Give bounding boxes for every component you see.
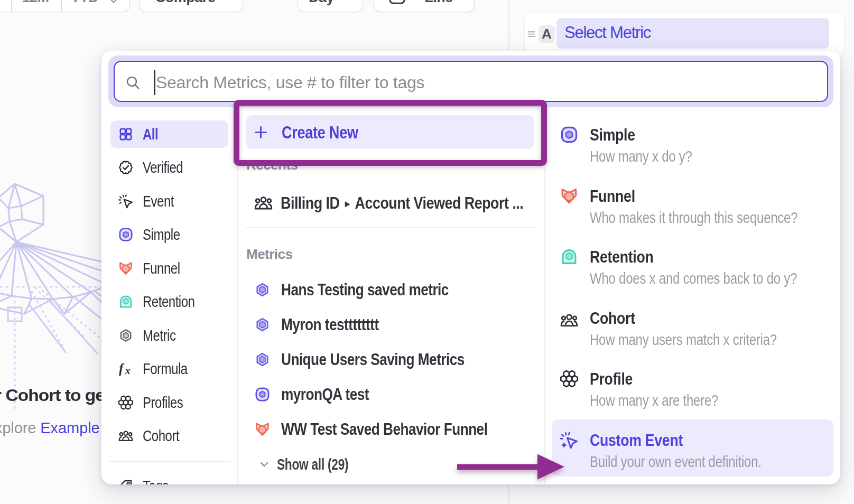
profiles-honeycomb-icon <box>560 370 578 388</box>
search-input[interactable]: Search Metrics, use # to filter to tags <box>114 61 828 102</box>
category-label: Formula <box>143 361 188 377</box>
profiles-honeycomb-icon <box>118 395 133 410</box>
funnel-wings-icon <box>118 261 133 276</box>
recent-item-billing[interactable]: Billing ID▸Account Viewed Report ... <box>253 192 560 213</box>
verified-seal-icon <box>118 160 133 175</box>
saved-metric-hexagon-icon <box>255 282 270 297</box>
metric-item[interactable]: Unique Users Saving Metrics <box>255 349 498 370</box>
category-simple[interactable]: Simple <box>110 221 228 248</box>
type-title-custom-event[interactable]: Custom Event <box>590 432 683 449</box>
retention-arch-icon <box>118 294 133 309</box>
text-caret <box>154 70 155 95</box>
funnel-wings-icon <box>255 422 270 437</box>
show-all-toggle[interactable]: Show all (29) <box>258 454 369 475</box>
type-desc: How many users match x criteria? <box>590 332 777 348</box>
grid-icon <box>118 127 133 142</box>
metric-hexagon-icon <box>118 328 133 343</box>
type-title-retention[interactable]: Retention <box>590 249 654 265</box>
metric-item[interactable]: Hans Testing saved metric <box>255 279 479 300</box>
category-all[interactable]: All <box>110 120 228 148</box>
recent-item-label: Billing ID▸Account Viewed Report ... <box>281 195 523 211</box>
type-title-profile[interactable]: Profile <box>590 371 633 387</box>
type-desc: Build your own event definition. <box>590 454 762 470</box>
cohort-people-icon <box>118 428 133 443</box>
range-tab-12m[interactable]: 12M <box>11 0 60 5</box>
metric-item[interactable]: WW Test Saved Behavior Funnel <box>255 418 525 440</box>
category-label: Retention <box>143 294 194 310</box>
category-formula[interactable]: Formula <box>110 355 228 382</box>
saved-metric-hexagon-icon <box>255 352 270 367</box>
search-icon <box>125 75 141 90</box>
empty-state-headline-fragment: r Cohort to ge <box>0 387 105 404</box>
type-title-funnel[interactable]: Funnel <box>590 188 635 204</box>
metric-item-label: Hans Testing saved metric <box>281 282 449 298</box>
annotation-highlight-rectangle <box>234 100 547 166</box>
cohort-people-icon <box>560 311 578 329</box>
category-label: Tags <box>143 479 169 485</box>
formula-fx-icon <box>118 361 133 376</box>
category-verified[interactable]: Verified <box>110 154 228 181</box>
category-retention[interactable]: Retention <box>110 288 228 315</box>
show-all-label: Show all (29) <box>277 457 348 472</box>
category-label: Metric <box>143 328 175 343</box>
day-button[interactable]: Day <box>298 0 363 12</box>
category-label: All <box>143 127 158 142</box>
compare-button[interactable]: Compare <box>139 0 243 12</box>
type-desc: How many x do y? <box>590 149 692 164</box>
middle-divider <box>246 227 536 228</box>
drag-handle-icon[interactable] <box>527 30 535 38</box>
category-label: Simple <box>143 227 180 242</box>
type-desc: Who does x and comes back to do y? <box>590 271 797 286</box>
metrics-section-label: Metrics <box>246 247 292 261</box>
search-placeholder: Search Metrics, use # to filter to tags <box>156 74 424 91</box>
type-title-simple[interactable]: Simple <box>590 127 635 143</box>
category-profiles[interactable]: Profiles <box>110 389 228 416</box>
metric-item-label: myronQA test <box>281 386 369 403</box>
category-label: Funnel <box>143 261 180 276</box>
type-desc: Who makes it through this sequence? <box>590 210 797 226</box>
select-metric-placeholder: Select Metric <box>564 24 651 41</box>
subline-space <box>36 419 40 436</box>
breadcrumb-arrow: ▸ <box>345 198 349 209</box>
chevron-down-icon <box>258 458 271 471</box>
metric-item[interactable]: Myron testttttttt <box>255 314 396 335</box>
category-metric[interactable]: Metric <box>110 322 228 349</box>
metric-row-card: A Select Metric <box>525 13 844 57</box>
recent-item-part1: Billing ID <box>281 194 339 212</box>
category-funnel[interactable]: Funnel <box>110 255 228 282</box>
line-button-label: Line <box>403 0 474 5</box>
simple-squircle-hexagon-icon <box>255 387 270 402</box>
line-chart-type-button[interactable]: Line <box>374 0 475 12</box>
metric-item-label: WW Test Saved Behavior Funnel <box>281 421 487 437</box>
category-cohort[interactable]: Cohort <box>110 422 228 450</box>
cohort-people-icon <box>253 195 274 211</box>
category-label: Profiles <box>143 395 183 410</box>
event-sparkle-cursor-icon <box>118 194 133 209</box>
empty-state-subline: xplore Example R <box>0 420 115 436</box>
annotation-arrow <box>452 446 571 489</box>
tag-icon <box>118 479 133 484</box>
category-tags[interactable]: Tags <box>110 472 228 484</box>
date-range-segmented-control[interactable]: 12M YTD <box>0 0 130 12</box>
day-button-label: Day <box>298 0 345 5</box>
metric-item[interactable]: myronQA test <box>255 384 385 405</box>
category-event[interactable]: Event <box>110 188 228 215</box>
type-desc: How many x are there? <box>590 393 718 408</box>
subline-gray: xplore <box>0 419 36 436</box>
funnel-wings-icon <box>560 187 578 205</box>
chevron-down-icon <box>108 0 119 6</box>
range-tab-ytd[interactable]: YTD <box>61 0 108 5</box>
saved-metric-hexagon-icon <box>255 317 270 332</box>
recent-item-part2: Account Viewed Report ... <box>355 194 524 212</box>
metric-item-label: Unique Users Saving Metrics <box>281 351 465 368</box>
simple-squircle-hexagon-icon <box>560 126 578 144</box>
select-metric-field[interactable]: Select Metric <box>556 18 829 49</box>
simple-squircle-hexagon-icon <box>118 227 133 242</box>
row-label-badge: A <box>539 25 555 43</box>
retention-arch-icon <box>560 248 578 266</box>
type-title-cohort[interactable]: Cohort <box>590 310 635 326</box>
sidebar-divider <box>109 461 231 462</box>
compare-button-label: Compare <box>140 0 231 5</box>
metric-item-label: Myron testttttttt <box>281 316 379 333</box>
category-label: Cohort <box>143 428 179 444</box>
